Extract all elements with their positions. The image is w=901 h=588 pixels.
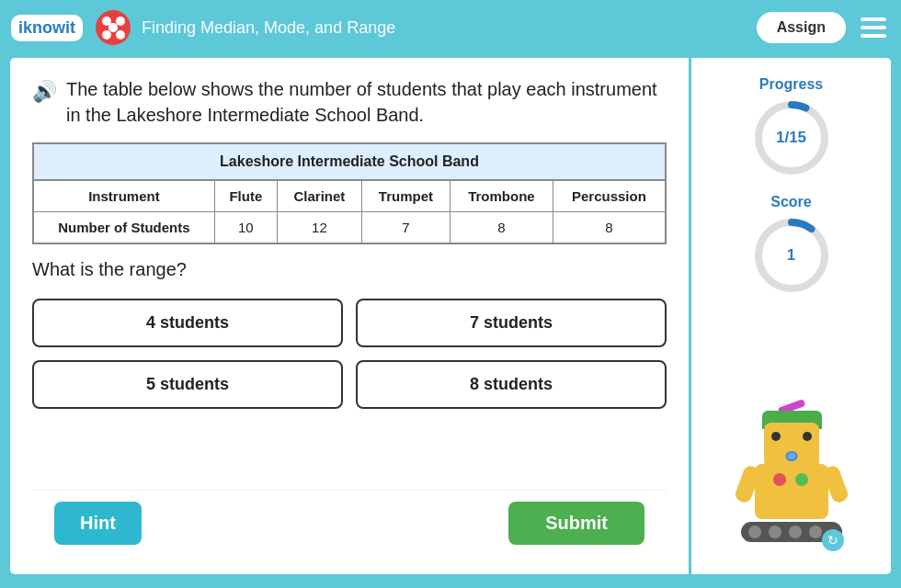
- col-header-instrument: Instrument: [33, 180, 214, 212]
- answer-options: 4 students 7 students 5 students 8 stude…: [32, 299, 667, 409]
- speaker-icon[interactable]: 🔊: [32, 78, 57, 107]
- data-table: Lakeshore Intermediate School Band Instr…: [32, 142, 667, 244]
- val-clarinet: 12: [277, 212, 361, 244]
- progress-label: Progress: [759, 76, 823, 93]
- question-area: 🔊 The table below shows the number of st…: [32, 76, 667, 128]
- left-panel: 🔊 The table below shows the number of st…: [10, 58, 689, 574]
- dice-dot-1: [102, 17, 111, 26]
- col-header-clarinet: Clarinet: [277, 180, 361, 212]
- score-ring: 1: [750, 214, 833, 297]
- lesson-title: Finding Median, Mode, and Range: [142, 18, 746, 38]
- table-title: Lakeshore Intermediate School Band: [33, 143, 666, 180]
- col-header-percussion: Percussion: [553, 180, 666, 212]
- range-question: What is the range?: [32, 259, 667, 280]
- val-trumpet: 7: [361, 212, 450, 244]
- score-value: 1: [787, 246, 795, 265]
- answer-btn-1[interactable]: 4 students: [32, 299, 343, 347]
- menu-button[interactable]: [857, 14, 890, 41]
- val-percussion: 8: [553, 212, 666, 244]
- robot-eye-right: [803, 432, 812, 441]
- main-container: 🔊 The table below shows the number of st…: [7, 55, 894, 577]
- answer-btn-3[interactable]: 5 students: [32, 360, 343, 409]
- right-panel: Progress 1/15 Score 1: [689, 58, 891, 574]
- row-label: Number of Students: [33, 212, 214, 244]
- val-flute: 10: [214, 212, 277, 244]
- robot-button-1: [773, 473, 786, 486]
- progress-ring: 1/15: [750, 96, 833, 179]
- hamburger-line-3: [861, 34, 886, 38]
- robot-body: [755, 464, 828, 519]
- hint-button[interactable]: Hint: [54, 502, 142, 545]
- assign-button[interactable]: Assign: [757, 12, 846, 43]
- app-header: iknowit Finding Median, Mode, and Range …: [0, 0, 901, 55]
- val-trombone: 8: [450, 212, 553, 244]
- dice-dot-2: [116, 17, 125, 26]
- score-section: Score 1: [750, 194, 833, 297]
- refresh-icon[interactable]: ↻: [822, 529, 844, 551]
- dice-dot-3: [102, 30, 111, 40]
- col-header-trombone: Trombone: [450, 180, 553, 212]
- answer-btn-4[interactable]: 8 students: [356, 360, 667, 409]
- mascot-robot: [732, 418, 851, 547]
- track-wheel-3: [789, 526, 802, 538]
- answer-btn-2[interactable]: 7 students: [356, 299, 667, 347]
- mascot-area: ↻: [732, 311, 851, 556]
- lesson-icon: [96, 10, 131, 45]
- track-wheel-2: [769, 526, 781, 538]
- track-wheel-4: [809, 526, 822, 538]
- logo: iknowit: [11, 15, 83, 41]
- logo-text: iknowit: [18, 18, 75, 38]
- track-wheel-1: [748, 526, 761, 538]
- robot-eye-left: [771, 432, 781, 441]
- progress-value: 1/15: [776, 129, 806, 147]
- dice-icon: [97, 11, 131, 45]
- submit-button[interactable]: Submit: [508, 502, 644, 545]
- question-text: The table below shows the number of stud…: [66, 76, 667, 128]
- hamburger-line-1: [861, 17, 886, 21]
- score-label: Score: [770, 194, 811, 210]
- col-header-flute: Flute: [214, 180, 277, 212]
- dice-dot-4: [116, 30, 125, 40]
- bottom-bar: Hint Submit: [32, 490, 667, 556]
- progress-section: Progress 1/15: [750, 76, 833, 179]
- robot-head: [764, 423, 819, 469]
- robot-pacifier: [785, 451, 797, 461]
- col-header-trumpet: Trumpet: [361, 180, 450, 212]
- robot-button-2: [795, 473, 808, 486]
- hamburger-line-2: [861, 26, 886, 29]
